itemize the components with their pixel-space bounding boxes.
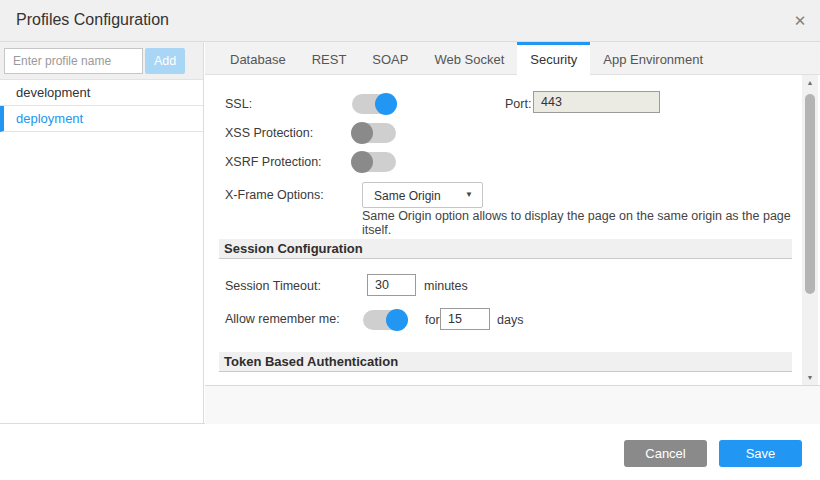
scrollbar-thumb[interactable]: [805, 94, 815, 294]
add-profile-bar: Add: [0, 42, 203, 80]
session-timeout-input[interactable]: [367, 274, 416, 296]
remember-me-unit: days: [497, 313, 523, 327]
x-frame-help-text: Same Origin option allows to display the…: [362, 209, 820, 237]
xsrf-toggle-knob: [351, 151, 373, 173]
xss-protection-label: XSS Protection:: [225, 126, 313, 140]
xss-protection-toggle[interactable]: [352, 123, 396, 143]
xsrf-protection-toggle[interactable]: [352, 152, 396, 172]
ssl-label: SSL:: [225, 97, 252, 111]
profile-name-input[interactable]: [4, 48, 143, 74]
close-icon[interactable]: ✕: [790, 11, 810, 31]
x-frame-options-label: X-Frame Options:: [225, 188, 324, 202]
port-input: [533, 91, 660, 113]
tab-web-socket[interactable]: Web Socket: [421, 42, 517, 74]
profile-list: development deployment: [0, 80, 203, 132]
x-frame-options-select[interactable]: Same Origin ▼: [362, 182, 483, 208]
remember-me-toggle-knob: [386, 309, 408, 331]
add-profile-button[interactable]: Add: [145, 48, 185, 74]
cancel-button[interactable]: Cancel: [624, 440, 707, 467]
remember-me-for-text: for: [425, 313, 440, 327]
xss-toggle-knob: [351, 122, 373, 144]
tab-database[interactable]: Database: [217, 42, 299, 74]
profile-item-deployment[interactable]: deployment: [0, 106, 203, 132]
token-based-authentication-header: Token Based Authentication: [219, 352, 792, 372]
tab-security[interactable]: Security: [517, 42, 590, 74]
session-configuration-header: Session Configuration: [219, 239, 792, 259]
profiles-configuration-dialog: Profiles Configuration ✕ Add development…: [0, 0, 820, 424]
tab-rest[interactable]: REST: [299, 42, 360, 74]
panel-footer-strip: [205, 385, 820, 424]
vertical-scrollbar[interactable]: ▲ ▼: [802, 75, 818, 385]
main-panel: Database REST SOAP Web Socket Security A…: [205, 42, 820, 423]
security-tab-content: SSL: Port: XSS Protection: XSRF Protecti…: [205, 75, 820, 385]
scroll-down-icon[interactable]: ▼: [802, 370, 818, 385]
xsrf-protection-label: XSRF Protection:: [225, 155, 322, 169]
dialog-header: Profiles Configuration ✕: [0, 0, 820, 42]
save-button[interactable]: Save: [719, 440, 802, 467]
tab-bar: Database REST SOAP Web Socket Security A…: [205, 42, 820, 75]
profiles-sidebar: Add development deployment: [0, 42, 204, 423]
allow-remember-me-label: Allow remember me:: [225, 312, 340, 326]
ssl-toggle[interactable]: [352, 94, 396, 114]
chevron-down-icon: ▼: [465, 190, 473, 199]
session-timeout-unit: minutes: [424, 279, 468, 293]
scroll-up-icon[interactable]: ▲: [802, 75, 818, 90]
tab-app-environment[interactable]: App Environment: [590, 42, 716, 74]
remember-me-toggle[interactable]: [363, 310, 407, 330]
tab-soap[interactable]: SOAP: [359, 42, 421, 74]
remember-me-days-input[interactable]: [440, 308, 490, 330]
profile-item-development[interactable]: development: [0, 80, 203, 106]
dialog-title: Profiles Configuration: [16, 11, 169, 29]
port-label: Port:: [505, 97, 531, 111]
session-timeout-label: Session Timeout:: [225, 279, 321, 293]
ssl-toggle-knob: [375, 93, 397, 115]
x-frame-selected-value: Same Origin: [374, 189, 441, 203]
